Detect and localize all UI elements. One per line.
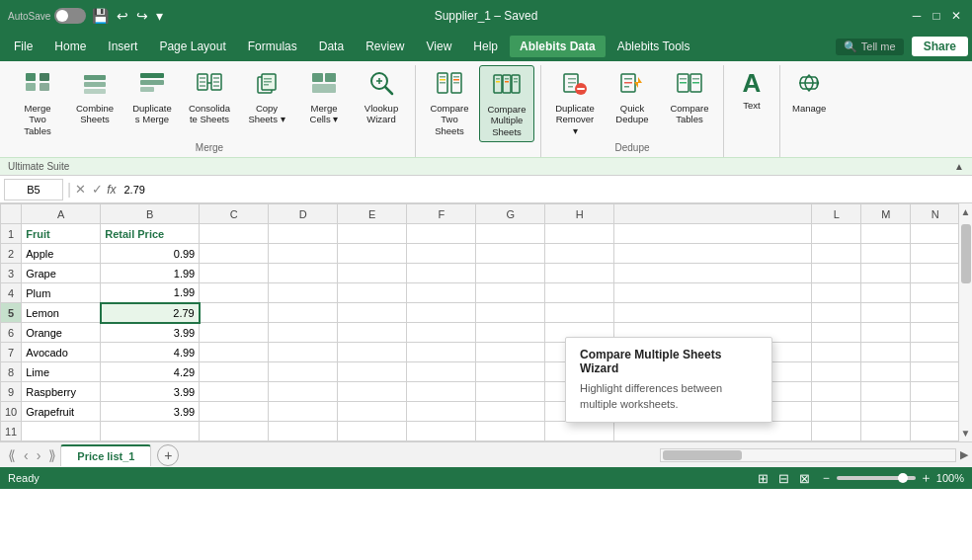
- scroll-right-icon[interactable]: ▶: [960, 448, 968, 461]
- zoom-level: 100%: [936, 472, 964, 484]
- vertical-scrollbar[interactable]: ▲ ▼: [958, 203, 972, 441]
- menu-page-layout[interactable]: Page Layout: [149, 36, 235, 57]
- sheet-nav-prev[interactable]: ‹: [20, 445, 33, 465]
- save-icon[interactable]: 💾: [90, 6, 111, 26]
- copy-sheets-button[interactable]: Copy Sheets ▾: [239, 65, 294, 129]
- manage-button[interactable]: Manage: [786, 65, 832, 118]
- compare-tables-button[interactable]: Compare Tables: [662, 65, 717, 129]
- cell-a9[interactable]: Raspberry: [22, 382, 101, 402]
- scroll-up-icon[interactable]: ▲: [961, 203, 971, 220]
- page-break-view-icon[interactable]: ⊠: [799, 471, 810, 486]
- ribbon-collapse-icon[interactable]: ▲: [954, 161, 964, 172]
- menu-ablebits-tools[interactable]: Ablebits Tools: [608, 36, 700, 57]
- col-header-g[interactable]: G: [476, 204, 545, 224]
- col-header-h[interactable]: H: [545, 204, 614, 224]
- col-header-l[interactable]: L: [812, 204, 861, 224]
- zoom-slider[interactable]: [837, 476, 916, 480]
- close-button[interactable]: ✕: [948, 8, 964, 24]
- svg-rect-36: [453, 79, 459, 81]
- cell-a10[interactable]: Grapefruit: [22, 402, 101, 422]
- quick-dedupe-button[interactable]: Quick Dedupe: [605, 65, 660, 129]
- sheet-tab-price-list-1[interactable]: Price list_1: [60, 444, 151, 466]
- cell-g1[interactable]: [476, 224, 545, 244]
- sheet-nav-first[interactable]: ⟪: [4, 445, 20, 465]
- maximize-button[interactable]: □: [929, 8, 944, 24]
- cell-a3[interactable]: Grape: [22, 264, 101, 283]
- col-header-m[interactable]: M: [861, 204, 911, 224]
- menu-file[interactable]: File: [4, 36, 42, 57]
- horizontal-scrollbar[interactable]: [660, 448, 956, 462]
- confirm-formula-icon[interactable]: ✓: [92, 182, 103, 197]
- menu-formulas[interactable]: Formulas: [238, 36, 307, 57]
- add-sheet-button[interactable]: +: [157, 444, 179, 466]
- col-header-d[interactable]: D: [269, 204, 338, 224]
- col-header-c[interactable]: C: [200, 204, 269, 224]
- col-header-b[interactable]: B: [101, 204, 200, 224]
- cell-f1[interactable]: [407, 224, 476, 244]
- menu-ablebits-data[interactable]: Ablebits Data: [510, 36, 606, 57]
- vlookup-wizard-button[interactable]: Vlookup Wizard: [354, 65, 409, 129]
- cell-b2[interactable]: 0.99: [101, 244, 200, 264]
- sheet-nav-last[interactable]: ⟫: [44, 445, 60, 465]
- cancel-formula-icon[interactable]: ✕: [75, 182, 86, 197]
- combine-sheets-button[interactable]: Combine Sheets: [67, 65, 122, 129]
- cell-a6[interactable]: Orange: [22, 323, 101, 343]
- cell-b8[interactable]: 4.29: [101, 362, 200, 382]
- autosave-toggle[interactable]: [54, 8, 86, 24]
- scroll-down-icon[interactable]: ▼: [961, 425, 971, 441]
- col-header-f[interactable]: F: [407, 204, 476, 224]
- minimize-button[interactable]: ─: [909, 8, 925, 24]
- normal-view-icon[interactable]: ⊞: [758, 471, 769, 486]
- menu-home[interactable]: Home: [44, 36, 96, 57]
- menu-help[interactable]: Help: [463, 36, 508, 57]
- redo-icon[interactable]: ↪: [134, 6, 150, 26]
- cell-a1[interactable]: Fruit: [22, 224, 101, 244]
- cell-a4[interactable]: Plum: [22, 283, 101, 303]
- compare-two-sheets-button[interactable]: Compare Two Sheets: [422, 65, 477, 140]
- text-button[interactable]: A Text: [730, 65, 773, 115]
- cell-b10[interactable]: 3.99: [101, 402, 200, 422]
- col-header-a[interactable]: A: [22, 204, 101, 224]
- cell-h1[interactable]: [545, 224, 614, 244]
- merge-duplicates-button[interactable]: Duplicates Merge: [124, 65, 180, 129]
- zoom-out-icon[interactable]: －: [820, 469, 833, 487]
- toggle-knob: [56, 10, 68, 22]
- scroll-thumb[interactable]: [961, 224, 971, 283]
- cell-e1[interactable]: [338, 224, 407, 244]
- cell-reference-box[interactable]: [4, 179, 63, 200]
- cell-a8[interactable]: Lime: [22, 362, 101, 382]
- cell-a7[interactable]: Avocado: [22, 343, 101, 362]
- cell-a5[interactable]: Lemon: [22, 303, 101, 323]
- svg-rect-24: [325, 73, 336, 82]
- merge-cells-button[interactable]: Merge Cells ▾: [296, 65, 352, 129]
- cell-c1[interactable]: [200, 224, 269, 244]
- duplicate-remover-button[interactable]: Duplicate Remover ▾: [547, 65, 603, 140]
- zoom-in-icon[interactable]: ＋: [920, 469, 932, 487]
- cell-b4[interactable]: 1.99: [101, 283, 200, 303]
- cell-b7[interactable]: 4.99: [101, 343, 200, 362]
- cell-b6[interactable]: 3.99: [101, 323, 200, 343]
- share-button[interactable]: Share: [912, 37, 968, 56]
- merge-cells-label: Merge Cells ▾: [302, 103, 346, 125]
- page-layout-view-icon[interactable]: ⊟: [778, 471, 789, 486]
- h-scroll-thumb[interactable]: [663, 450, 742, 460]
- search-box[interactable]: 🔍 Tell me: [836, 39, 904, 55]
- cell-d1[interactable]: [269, 224, 338, 244]
- undo-icon[interactable]: ↩: [115, 6, 130, 26]
- sheet-nav-next[interactable]: ›: [33, 445, 45, 465]
- cell-a2[interactable]: Apple: [22, 244, 101, 264]
- menu-insert[interactable]: Insert: [98, 36, 147, 57]
- consolidate-sheets-button[interactable]: Consolidate Sheets: [182, 65, 237, 129]
- merge-two-tables-button[interactable]: Merge Two Tables: [10, 65, 65, 140]
- customize-icon[interactable]: ▾: [154, 6, 165, 26]
- cell-b1[interactable]: Retail Price: [101, 224, 200, 244]
- menu-review[interactable]: Review: [356, 36, 414, 57]
- compare-multiple-sheets-button[interactable]: Compare Multiple Sheets: [479, 65, 534, 142]
- cell-b5[interactable]: 2.79: [101, 303, 200, 323]
- menu-view[interactable]: View: [417, 36, 462, 57]
- col-header-e[interactable]: E: [338, 204, 407, 224]
- menu-data[interactable]: Data: [309, 36, 354, 57]
- cell-b9[interactable]: 3.99: [101, 382, 200, 402]
- cell-b3[interactable]: 1.99: [101, 264, 200, 283]
- col-header-n[interactable]: N: [911, 204, 958, 224]
